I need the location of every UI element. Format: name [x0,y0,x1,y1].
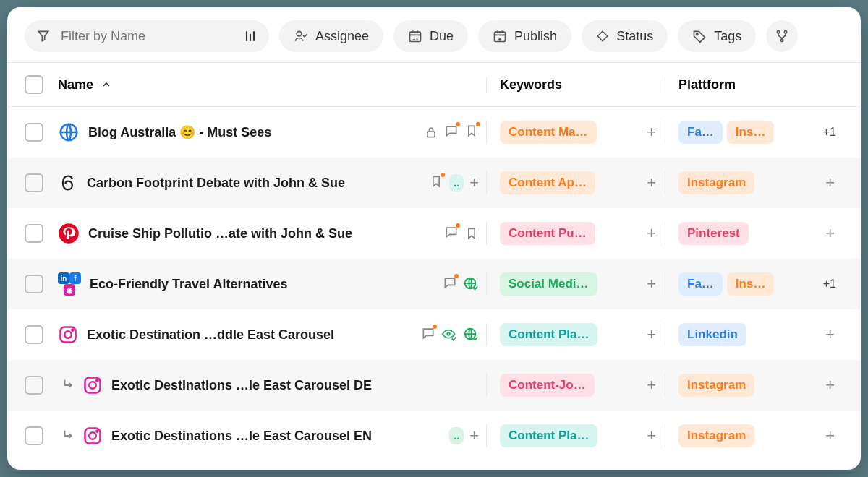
due-filter[interactable]: Due [393,20,468,52]
row-title: Exotic Destinations …le East Carousel DE [111,378,372,393]
add-platform-button[interactable]: + [825,173,835,192]
instagram-icon [82,426,103,446]
add-keyword-button[interactable]: + [647,376,656,395]
row-checkbox[interactable] [25,325,43,344]
row-checkbox[interactable] [25,123,43,142]
child-indent-icon [61,428,77,444]
instagram-icon [82,375,103,395]
branch-button[interactable] [766,20,798,52]
calendar-due-icon [408,29,422,43]
platform-tag[interactable]: Instagram [678,171,754,194]
keyword-tag[interactable]: Content Pla… [500,424,597,447]
add-button[interactable]: + [469,426,479,445]
due-label: Due [430,29,454,44]
add-keyword-button[interactable]: + [647,224,656,243]
branch-icon [775,29,789,43]
row-title: Eco-Friendly Travel Alternatives [90,277,287,292]
row-title: Blog Australia 😊 - Must Sees [88,124,271,140]
row-title: Carbon Footprint Debate with John & Sue [87,176,345,191]
keyword-tag[interactable]: Content Pu… [500,222,595,245]
name-header-label: Name [58,77,93,93]
keyword-tag[interactable]: Content Pla… [500,323,597,346]
overflow-count[interactable]: +1 [823,126,836,139]
keywords-header-label: Keywords [500,77,562,93]
platform-header-label: Plattform [678,77,736,93]
row-checkbox[interactable] [25,224,43,243]
sort-asc-icon [101,79,112,90]
status-filter[interactable]: Status [582,20,668,52]
filter-input[interactable] [59,28,185,45]
keyword-tag[interactable]: Social Medi… [500,272,597,296]
svg-point-17 [89,382,95,388]
overflow-count[interactable]: +1 [823,278,836,291]
platform-tag[interactable]: Ins… [727,272,775,296]
bookmark-icon[interactable] [464,226,479,241]
row-checkbox[interactable] [25,275,43,293]
platform-tag[interactable]: Pinterest [678,222,749,245]
table-row[interactable]: Cruise Ship Pollutio …ate with John & Su… [7,208,861,259]
keywords-column-header[interactable]: Keywords [486,77,665,93]
toolbar: Assignee Due Publish Status Tags [7,7,861,62]
svg-point-14 [447,332,450,335]
tags-label: Tags [714,29,741,44]
funnel-icon [36,29,51,43]
assignee-label: Assignee [315,29,369,44]
add-keyword-button[interactable]: + [647,325,656,344]
table-row[interactable]: Carbon Footprint Debate with John & Sue … [7,158,861,208]
add-keyword-button[interactable]: + [647,275,656,293]
svg-point-13 [72,329,73,330]
publish-filter[interactable]: Publish [478,20,571,52]
publish-label: Publish [514,29,557,44]
eye-check-icon[interactable] [441,327,457,343]
svg-point-20 [89,432,95,439]
platform-column-header[interactable]: Plattform [665,77,843,93]
svg-point-18 [96,379,98,381]
table-header: Name Keywords Plattform [7,62,861,107]
table-row[interactable]: Exotic Destinations …le East Carousel EN… [7,411,861,461]
assignee-filter[interactable]: Assignee [279,20,383,52]
add-keyword-button[interactable]: + [647,123,656,142]
svg-point-3 [697,33,699,35]
add-keyword-button[interactable]: + [647,426,656,445]
platform-tag[interactable]: Instagram [678,424,754,447]
tags-filter[interactable]: Tags [678,20,756,52]
platform-tag[interactable]: Instagram [678,374,754,397]
row-checkbox[interactable] [25,173,43,192]
name-column-header[interactable]: Name [58,77,486,93]
add-platform-button[interactable]: + [825,325,835,344]
globe-check-icon[interactable] [463,276,479,292]
add-platform-button[interactable]: + [825,376,835,395]
platform-tag[interactable]: Ins… [727,121,775,144]
keyword-tag[interactable]: Content-Jo… [500,374,595,397]
select-all-checkbox[interactable] [25,75,43,94]
svg-rect-8 [427,132,435,137]
platform-tag[interactable]: Fa… [678,121,723,144]
threads-icon [58,173,78,193]
table-body: Blog Australia 😊 - Must Sees Content Ma…… [7,107,861,470]
table-row[interactable]: Blog Australia 😊 - Must Sees Content Ma…… [7,107,861,158]
keyword-tag[interactable]: Content Ap… [500,171,595,194]
table-row[interactable]: Exotic Destination …ddle East Carousel C… [7,309,861,360]
row-checkbox[interactable] [25,376,43,395]
add-platform-button[interactable]: + [825,224,835,243]
svg-point-0 [297,31,302,36]
table-row[interactable]: Exotic Destinations …le East Carousel DE… [7,360,861,411]
mini-tag: .. [449,174,464,192]
globe-check-icon[interactable] [463,327,479,343]
columns-icon[interactable] [243,29,258,43]
globe-icon [58,121,80,143]
mini-tag: .. [449,427,464,444]
keyword-tag[interactable]: Content Ma… [500,121,597,144]
row-checkbox[interactable] [25,426,43,445]
svg-point-12 [64,331,71,338]
instagram-icon [58,325,78,345]
add-button[interactable]: + [469,173,479,192]
platform-tag[interactable]: Linkedin [678,323,746,346]
row-title: Cruise Ship Pollutio …ate with John & Su… [88,226,352,241]
table-row[interactable]: inf◉ Eco-Friendly Travel Alternatives So… [7,259,861,309]
filter-by-name[interactable] [25,20,269,52]
add-platform-button[interactable]: + [825,426,835,445]
platform-tag[interactable]: Fa… [678,272,723,296]
row-title: Exotic Destination …ddle East Carousel [87,327,334,343]
add-keyword-button[interactable]: + [647,173,656,192]
